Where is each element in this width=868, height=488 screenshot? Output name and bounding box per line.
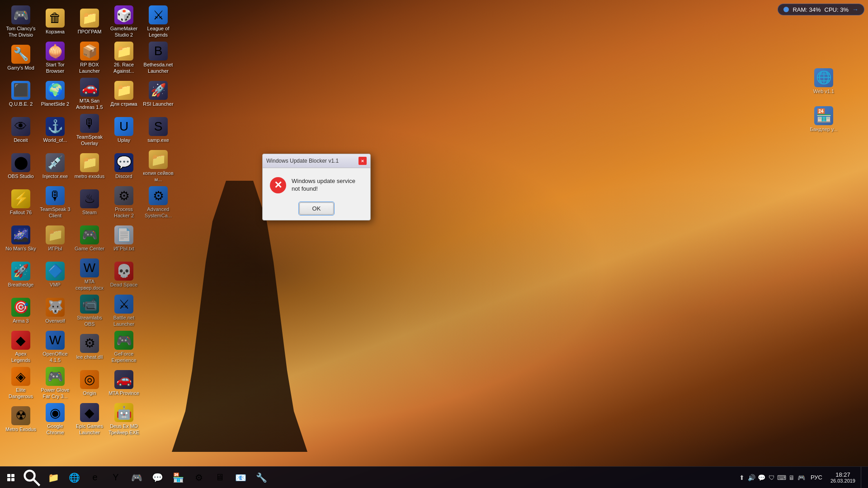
desktop-icon-arma3[interactable]: 🎯Arma 3 [4,293,38,329]
icon-label-gamemaker: GameMaker Studio 2 [108,26,139,38]
desktop-icon-programm[interactable]: 📁ПРОГРАМ [72,4,107,40]
perf-indicator[interactable]: RAM: 34% CPU: 3% → [778,4,864,15]
taskbar-store[interactable]: 🏪 [168,467,188,488]
desktop-icon-mta-san[interactable]: 🚗MTA San Andreas 1.5 [72,76,107,112]
desktop-icon-openoffice[interactable]: WOpenOffice 4.1.5 [38,329,72,365]
desktop-icon-fallout76[interactable]: ⚡Fallout 76 [4,184,38,221]
desktop-icon-igry-txt[interactable]: 📄ИГРЫ.txt [107,221,141,257]
desktop-icon-origin[interactable]: ◎Origin [72,365,107,401]
taskbar-icon5[interactable]: 🎮 [127,467,146,488]
desktop-icon-rsi[interactable]: 🚀RSI Launcher [141,76,175,112]
desktop-icon-teamspeak3[interactable]: 🎙TeamSpeak 3 Client [38,184,72,221]
systray-action-center[interactable]: 💬 [757,473,766,482]
desktop-icon-lee-cheat[interactable]: ⚙lee cheat.dll [72,329,107,365]
icon-img-apex-legends: ◆ [11,331,30,350]
systray-speakers-icon[interactable]: 🔊 [747,473,756,482]
desktop-icon-apex-legends[interactable]: ◆Apex Legends [4,329,38,365]
desktop-icon-teamspeak-overlay[interactable]: 🎙TeamSpeak Overlay [72,112,107,148]
desktop-icon-korzina[interactable]: 🗑Корзина [38,4,72,40]
icon-label-process-hacker: Process Hacker 2 [108,206,139,218]
desktop-icon-advanced-sys[interactable]: ⚙Advanced SystemCa... [141,184,175,221]
taskbar-icon10[interactable]: 🔧 [251,467,271,488]
desktop-icon-breathedge[interactable]: 🚀Breathedge [4,257,38,293]
desktop-icon-process-hacker[interactable]: ⚙Process Hacker 2 [107,184,141,221]
dialog-ok-button[interactable]: OK [299,202,334,215]
desktop-icon-samp[interactable]: Ssamp.exe [141,112,175,148]
desktop-icon-battlenet[interactable]: ⚔Battle.net Launcher [107,293,141,329]
systray-game-icon[interactable]: 🎮 [797,473,806,482]
desktop-icon-igry[interactable]: 📁ИГРЫ [38,221,72,257]
taskbar-icon8[interactable]: 🖥 [210,467,230,488]
dialog-close-button[interactable]: × [359,157,367,165]
taskbar-right: ⬆ 🔊 💬 🛡 ⌨ 🖥 🎮 РУС 18:27 26.03.2019 [737,467,868,488]
desktop-icon-world-of[interactable]: ⚓World_of... [38,112,72,148]
desktop-icon-vmp[interactable]: 🔷VMP [38,257,72,293]
systray-display-icon[interactable]: 🖥 [787,473,796,482]
desktop-icon-geforce[interactable]: 🎮GeForce Experience [107,329,141,365]
taskbar-settings[interactable]: ⚙ [189,467,209,488]
desktop-icon-streamlabs[interactable]: 📹Streamlabs OBS [72,293,107,329]
taskbar-edge[interactable]: 🌐 [64,467,84,488]
icon-img-kopiya: 📁 [149,150,168,169]
taskbar-ie[interactable]: e [85,467,105,488]
desktop-icon-steam[interactable]: ♨Steam [72,184,107,221]
desktop-icon-overwolf[interactable]: 🐺Overwolf [38,293,72,329]
desktop-icon-race-against[interactable]: 📁26. Race Against... [107,40,141,76]
taskbar-icon6[interactable]: 💬 [147,467,167,488]
systray-network-icon[interactable]: ⬆ [737,473,746,482]
desktop-icon-gamemaker[interactable]: 🎲GameMaker Studio 2 [107,4,141,40]
desktop-icon-bethesda[interactable]: BBethesda.net Launcher [141,40,175,76]
desktop-icon-rp-box[interactable]: 📦RP BOX Launcher [72,40,107,76]
icon-label-rp-box: RP BOX Launcher [74,62,105,74]
desktop-icon-mta-server[interactable]: WMTA сервер.docx [72,257,107,293]
desktop-icon-epic-games[interactable]: ◆Epic Games Launcher [72,401,107,437]
icon-label-start-tor: Start Tor Browser [40,62,71,74]
icon-img-no-mans-sky: 🌌 [11,225,30,244]
desktop-icon-dlya-strima[interactable]: 📁Для стрима [107,76,141,112]
desktop-icon-web[interactable]: 🌐Web v1.1 [807,63,841,99]
windows-update-blocker-dialog[interactable]: Windows Update Blocker v1.1 × ✕ Windows … [262,154,371,221]
show-desktop-button[interactable] [861,467,864,488]
perf-cpu: CPU: 3% [825,6,849,13]
desktop-icon-deus-ex[interactable]: 🤖Deus Ex MD Трейнер.EXE [107,401,141,437]
desktop-icon-kopiya[interactable]: 📁копия сейвов м... [141,148,175,184]
desktop-icon-deceit[interactable]: 👁Deceit [4,112,38,148]
icon-img-advanced-sys: ⚙ [149,186,168,205]
desktop-icon-league[interactable]: ⚔League of Legends [141,4,175,40]
icon-label-elite-dangerous: Elite Dangerous [5,387,36,399]
icon-label-google-chrome: Google Chrome [40,423,71,435]
systray-keyboard-icon[interactable]: ⌨ [777,473,786,482]
desktop-icon-windows-store[interactable]: 🏪Бандлер у... [807,101,841,137]
icon-label-dlya-strima: Для стрима [110,101,137,107]
desktop-icon-start-tor[interactable]: 🧅Start Tor Browser [38,40,72,76]
desktop-icon-tom-clancy[interactable]: 🎮Tom Clancy's The Divisio [4,4,38,40]
icon-label-game-center: Game Center [75,246,104,252]
desktop-icon-obs-studio[interactable]: ⬤OBS Studio [4,148,38,184]
desktop-icon-no-mans-sky[interactable]: 🌌No Man's Sky [4,221,38,257]
taskbar-search-button[interactable] [22,467,42,488]
desktop-icon-dead-space[interactable]: 💀Dead Space [107,257,141,293]
desktop-icon-discord[interactable]: 💬Discord [107,148,141,184]
desktop-icon-planetside2[interactable]: 🌍PlanetSide 2 [38,76,72,112]
desktop-icon-metro-exodus[interactable]: ☢Metro Exodus [4,401,38,437]
desktop-icon-injector[interactable]: 💉Injector.exe [38,148,72,184]
icon-img-breathedge: 🚀 [11,262,30,281]
dialog-title: Windows Update Blocker v1.1 [266,158,339,164]
icon-img-game-center: 🎮 [80,225,99,244]
desktop-icon-mta-province[interactable]: 🚗MTA Province [107,365,141,401]
taskbar-icon9[interactable]: 📧 [231,467,250,488]
systray-shield-icon[interactable]: 🛡 [767,473,776,482]
desktop-icon-power-glove[interactable]: 🎮Power Glove Far Cry 3... [38,365,72,401]
taskbar-yandex[interactable]: Y [106,467,126,488]
desktop-icon-uplay[interactable]: UUplay [107,112,141,148]
language-indicator[interactable]: РУС [808,474,825,481]
desktop-icon-google-chrome[interactable]: ◉Google Chrome [38,401,72,437]
desktop-icon-game-center[interactable]: 🎮Game Center [72,221,107,257]
desktop-icon-elite-dangerous[interactable]: ◈Elite Dangerous [4,365,38,401]
taskbar-file-explorer[interactable]: 📁 [43,467,63,488]
desktop-icon-garrys-mod[interactable]: 🔧Garry's Mod [4,40,38,76]
start-button[interactable] [0,467,22,488]
taskbar-clock[interactable]: 18:27 26.03.2019 [827,471,859,483]
desktop-icon-qube2[interactable]: ⬛Q.U.B.E. 2 [4,76,38,112]
desktop-icon-metro-exodus2[interactable]: 📁metro exodus [72,148,107,184]
